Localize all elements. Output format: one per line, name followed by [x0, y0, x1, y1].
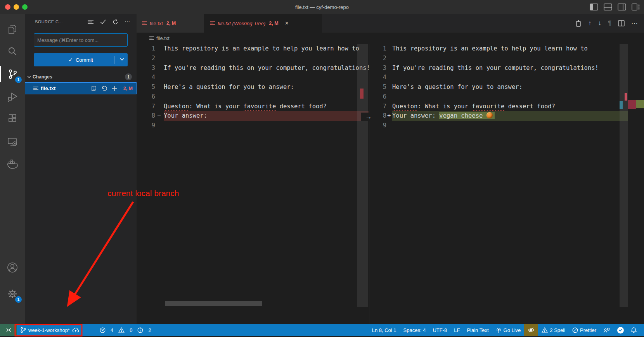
previous-change-icon[interactable]: ↑	[588, 19, 592, 27]
commit-check-icon[interactable]	[100, 19, 106, 24]
remote-indicator[interactable]	[0, 324, 17, 336]
right-scrollbar[interactable]	[620, 44, 628, 307]
breadcrumb[interactable]: file.txt	[137, 33, 644, 44]
go-live-item[interactable]: Go Live	[492, 324, 525, 336]
language-mode-item[interactable]: Plain Text	[463, 324, 492, 336]
prettier-status-item[interactable]: Prettier	[569, 324, 600, 336]
changed-file-name: file.txt	[41, 85, 91, 91]
editor-group: file.txt 2, M file.txt (Working Tree) 2,…	[137, 14, 644, 324]
commit-button[interactable]: ✓ Commit	[34, 53, 128, 66]
code-line[interactable]: 4	[369, 73, 644, 82]
extensions-icon[interactable]	[0, 108, 25, 130]
right-overview-error-mark	[628, 100, 636, 109]
indentation-item[interactable]: Spaces: 4	[400, 324, 429, 336]
deleted-code-line[interactable]: 8−Your answer:	[137, 111, 369, 121]
right-overview-info-mark	[620, 101, 623, 109]
tab-bar: file.txt 2, M file.txt (Working Tree) 2,…	[137, 14, 644, 33]
open-changes-icon[interactable]	[575, 20, 582, 27]
code-line[interactable]: 7Queston: What is your favourite dessert…	[137, 102, 369, 111]
file-icon	[149, 36, 154, 40]
run-debug-icon[interactable]	[0, 85, 25, 108]
check-icon: ✓	[68, 57, 73, 63]
title-bar: file.txt — cyf-demo-repo	[0, 0, 644, 14]
spell-checker-disabled-item[interactable]	[524, 324, 538, 336]
cursor-position-item[interactable]: Ln 8, Col 1	[369, 324, 400, 336]
close-tab-icon[interactable]: ×	[285, 20, 289, 27]
changed-file-row[interactable]: file.txt 2, M	[25, 82, 137, 94]
code-line[interactable]: 7Queston: What is your favourite dessert…	[369, 102, 644, 111]
left-overview-deleted-mark	[360, 89, 364, 99]
left-scrollbar[interactable]	[357, 44, 368, 307]
window-title: file.txt — cyf-demo-repo	[0, 4, 644, 10]
code-line[interactable]: 6	[137, 92, 369, 102]
changes-section-header[interactable]: Changes 1	[25, 72, 137, 82]
chevron-down-icon	[27, 76, 31, 78]
view-options-icon[interactable]	[88, 19, 93, 24]
open-file-icon[interactable]	[91, 85, 97, 91]
settings-badge: 1	[15, 296, 22, 303]
next-change-icon[interactable]: ↓	[598, 19, 601, 27]
diff-swap-arrow-icon[interactable]: →	[361, 113, 376, 121]
commit-message-input[interactable]	[34, 33, 128, 47]
split-editor-icon[interactable]	[618, 20, 625, 26]
more-actions-icon[interactable]: ···	[631, 19, 638, 27]
code-line[interactable]: 9	[137, 121, 369, 130]
encoding-item[interactable]: UTF-8	[429, 324, 450, 336]
settings-gear-icon[interactable]: 1	[0, 283, 25, 305]
spell-status-item[interactable]: 2 Spell	[538, 324, 569, 336]
status-bar: week-1-workshop* 4 0 2 Ln 8, Col 1 Space…	[0, 324, 644, 336]
toggle-panel-icon[interactable]	[604, 3, 612, 10]
diff-original-pane[interactable]: 1This repository is an example to help y…	[137, 44, 369, 324]
activity-bar: 1 1	[0, 14, 25, 324]
code-line[interactable]: 6	[369, 92, 644, 102]
code-line[interactable]: 4	[137, 73, 369, 82]
more-actions-icon[interactable]: ···	[125, 19, 130, 24]
explorer-icon[interactable]	[0, 18, 25, 40]
toggle-sidebar-icon[interactable]	[590, 3, 598, 10]
commit-dropdown-icon[interactable]	[120, 58, 124, 61]
info-icon	[137, 327, 143, 333]
code-line[interactable]: 5Here's a question for you to answer:	[137, 82, 369, 92]
discard-changes-icon[interactable]	[101, 86, 107, 91]
problems-status-item[interactable]: 4 0 2	[96, 324, 158, 336]
source-control-icon[interactable]: 1	[0, 63, 25, 85]
accounts-icon[interactable]	[0, 256, 25, 279]
feedback-icon[interactable]	[600, 324, 614, 336]
branch-status-item[interactable]: week-1-workshop*	[17, 324, 82, 336]
code-line[interactable]: 3If you're reading this on your computer…	[137, 63, 369, 73]
code-line[interactable]: 9	[369, 121, 644, 130]
code-line[interactable]: 2	[137, 54, 369, 63]
right-overview-added-mark	[636, 100, 644, 108]
notifications-bell-icon[interactable]	[627, 324, 640, 336]
close-window-button[interactable]	[5, 4, 10, 10]
tab-file-txt[interactable]: file.txt 2, M	[137, 14, 204, 33]
diff-modified-pane[interactable]: 1This repository is an example to help y…	[369, 44, 644, 324]
remote-explorer-icon[interactable]	[0, 130, 25, 153]
stage-changes-icon[interactable]	[112, 86, 117, 91]
code-line[interactable]: 3If you're reading this on your computer…	[369, 63, 644, 73]
search-icon[interactable]	[0, 40, 25, 63]
maximize-window-button[interactable]	[22, 4, 28, 10]
code-line[interactable]: 1This repository is an example to help y…	[369, 44, 644, 54]
tunnel-ready-icon[interactable]	[614, 324, 627, 336]
customize-layout-icon[interactable]	[632, 3, 640, 10]
tab-file-txt-working-tree[interactable]: file.txt (Working Tree) 2, M ×	[204, 14, 322, 33]
eye-off-icon	[528, 327, 535, 333]
branch-icon	[20, 327, 26, 333]
code-line[interactable]: 1This repository is an example to help y…	[137, 44, 369, 54]
vscode-window: file.txt — cyf-demo-repo 1	[0, 0, 644, 337]
whitespace-icon[interactable]: ¶	[608, 19, 611, 27]
refresh-icon[interactable]	[113, 19, 118, 25]
toggle-secondary-sidebar-icon[interactable]	[618, 3, 626, 10]
slashed-circle-icon	[572, 327, 578, 333]
changes-count-badge: 1	[125, 73, 132, 80]
code-line[interactable]: 2	[369, 54, 644, 63]
code-line[interactable]: 5Here's a question for you to answer:	[369, 82, 644, 92]
docker-icon[interactable]	[0, 153, 25, 175]
file-icon	[210, 21, 215, 26]
eol-item[interactable]: LF	[450, 324, 463, 336]
horizontal-scrollbar[interactable]	[165, 301, 262, 306]
minimize-window-button[interactable]	[14, 4, 19, 10]
warning-icon	[542, 327, 548, 333]
added-code-line[interactable]: 8+Your answer: vegan cheese	[369, 111, 644, 121]
